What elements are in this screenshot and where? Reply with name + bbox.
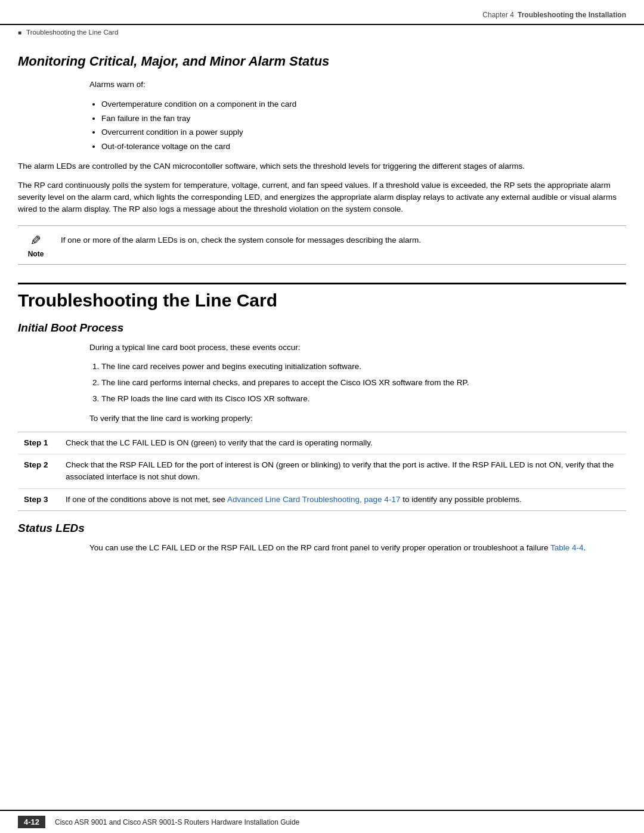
note-label: Note xyxy=(28,250,44,258)
status-leds-text-before: You can use the LC FAIL LED or the RSP F… xyxy=(89,543,550,552)
bullet-item: Fan failure in the fan tray xyxy=(101,112,626,125)
boot-steps-list: The line card receives power and begins … xyxy=(101,361,626,405)
subsection1-title: Initial Boot Process xyxy=(18,321,626,335)
bullet-item: Overtemperature condition on a component… xyxy=(101,98,626,111)
numbered-item: The RP loads the line card with its Cisc… xyxy=(101,393,626,405)
step-content: Check that the LC FAIL LED is ON (green)… xyxy=(60,432,626,454)
step-content-with-link: If one of the conditions above is not me… xyxy=(60,488,626,510)
status-leds-text-after: . xyxy=(584,543,586,552)
chapter-title: Troubleshooting the Installation xyxy=(518,11,626,19)
section1-intro: Alarms warn of: xyxy=(89,79,626,91)
step-label: Step 1 xyxy=(18,432,60,454)
breadcrumb-bullet: ■ xyxy=(18,29,21,36)
status-leds-para: You can use the LC FAIL LED or the RSP F… xyxy=(89,542,626,554)
footer-doc-title: Cisco ASR 9001 and Cisco ASR 9001-S Rout… xyxy=(55,818,299,826)
page-number: 4-12 xyxy=(18,816,45,828)
table-row: Step 3 If one of the conditions above is… xyxy=(18,488,626,510)
step-label: Step 3 xyxy=(18,488,60,510)
steps-table: Step 1 Check that the LC FAIL LED is ON … xyxy=(18,432,626,511)
step3-link[interactable]: Advanced Line Card Troubleshooting, page… xyxy=(227,495,400,504)
table-link[interactable]: Table 4-4 xyxy=(550,543,584,552)
table-row: Step 2 Check that the RSP FAIL LED for t… xyxy=(18,454,626,489)
step3-text-after: to identify any possible problems. xyxy=(400,495,521,504)
note-pencil-icon: ✎ xyxy=(30,233,41,249)
subsection2-title: Status LEDs xyxy=(18,522,626,535)
chapter-label: Chapter 4 xyxy=(482,11,514,19)
bullet-item: Overcurrent condition in a power supply xyxy=(101,126,626,139)
content-area: Monitoring Critical, Major, and Minor Al… xyxy=(0,36,644,597)
numbered-item: The line card performs internal checks, … xyxy=(101,377,626,389)
bullet-item: Out-of-tolerance voltage on the card xyxy=(101,140,626,153)
section1-para2: The RP card continuously polls the syste… xyxy=(18,179,626,216)
boot-intro: During a typical line card boot process,… xyxy=(89,342,626,354)
section1-para1: The alarm LEDs are controlled by the CAN… xyxy=(18,160,626,172)
step3-text-before: If one of the conditions above is not me… xyxy=(66,495,227,504)
note-text: If one or more of the alarm LEDs is on, … xyxy=(61,232,626,246)
page-footer: 4-12 Cisco ASR 9001 and Cisco ASR 9001-S… xyxy=(0,810,644,833)
page-header: Chapter 4 Troubleshooting the Installati… xyxy=(0,0,644,25)
note-box: ✎ Note If one or more of the alarm LEDs … xyxy=(18,225,626,265)
alarm-bullets: Overtemperature condition on a component… xyxy=(101,98,626,153)
breadcrumb-text: Troubleshooting the Line Card xyxy=(26,29,118,36)
step-content: Check that the RSP FAIL LED for the port… xyxy=(60,454,626,489)
note-icon-col: ✎ Note xyxy=(18,232,54,258)
numbered-item: The line card receives power and begins … xyxy=(101,361,626,373)
step-label: Step 2 xyxy=(18,454,60,489)
table-row: Step 1 Check that the LC FAIL LED is ON … xyxy=(18,432,626,454)
verify-intro: To verify that the line card is working … xyxy=(89,413,626,425)
breadcrumb: ■ Troubleshooting the Line Card xyxy=(0,25,644,36)
section2-title: Troubleshooting the Line Card xyxy=(18,283,626,311)
section1-title: Monitoring Critical, Major, and Minor Al… xyxy=(18,54,626,69)
